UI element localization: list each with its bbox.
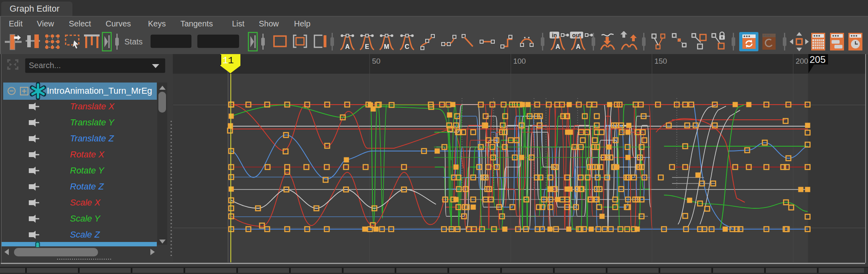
svg-text:150: 150 [654, 57, 667, 65]
svg-text:1: 1 [222, 55, 228, 66]
svg-text:1: 1 [228, 55, 234, 66]
svg-text:A: A [345, 43, 350, 50]
svg-text:E: E [365, 43, 369, 50]
svg-text:M: M [384, 43, 389, 50]
svg-text:205: 205 [810, 54, 826, 65]
svg-text:Stats: Stats [124, 37, 143, 46]
svg-text:A: A [576, 43, 581, 50]
svg-text:50: 50 [372, 57, 380, 65]
svg-text:C: C [405, 43, 410, 50]
svg-text:200: 200 [796, 57, 808, 65]
svg-text:A: A [556, 43, 560, 50]
svg-text:100: 100 [513, 57, 526, 65]
